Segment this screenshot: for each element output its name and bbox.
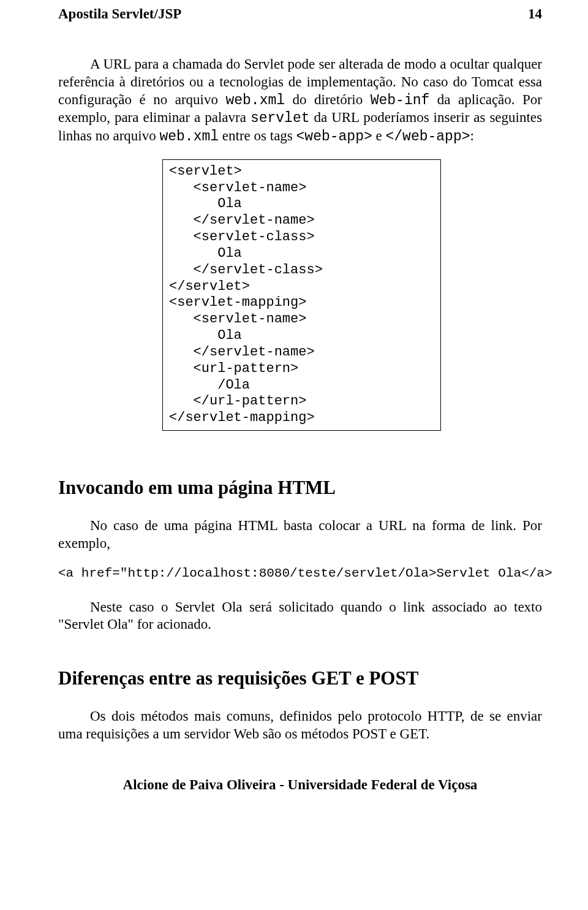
paragraph-2: No caso de uma página HTML basta colocar… — [58, 517, 542, 553]
page-header: Apostila Servlet/JSP 14 — [58, 6, 542, 22]
code-line-anchor: <a href="http://localhost:8080/teste/ser… — [58, 566, 542, 580]
section-heading-2: Diferenças entre as requisições GET e PO… — [58, 667, 542, 689]
text: : — [470, 128, 474, 143]
code-block-servlet: <servlet> <servlet-name> Ola </servlet-n… — [162, 159, 441, 431]
paragraph-3: Neste caso o Servlet Ola será solicitado… — [58, 599, 542, 634]
inline-code: Web-inf — [371, 93, 430, 108]
page-footer: Alcione de Paiva Oliveira - Universidade… — [58, 777, 542, 793]
text: do diretório — [285, 92, 371, 107]
paragraph-4: Os dois métodos mais comuns, definidos p… — [58, 708, 542, 743]
header-title: Apostila Servlet/JSP — [58, 6, 181, 22]
inline-code: web.xml — [225, 93, 285, 108]
inline-code: <web-app> — [296, 129, 372, 145]
page-content: Apostila Servlet/JSP 14 A URL para a cha… — [0, 0, 588, 811]
text: entre os tags — [219, 128, 296, 143]
page-number: 14 — [528, 6, 542, 22]
inline-code: web.xml — [159, 129, 219, 145]
inline-code: </web-app> — [386, 129, 470, 145]
paragraph-1: A URL para a chamada do Servlet pode ser… — [58, 56, 542, 146]
text: e — [372, 128, 386, 143]
inline-code: servlet — [251, 110, 310, 126]
section-heading-1: Invocando em uma página HTML — [58, 477, 542, 499]
